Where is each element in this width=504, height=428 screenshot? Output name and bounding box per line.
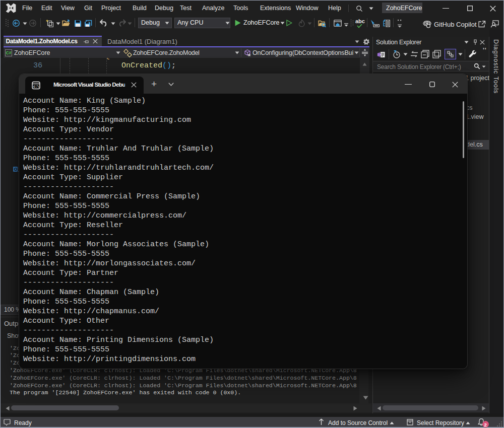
svg-text:c:\: c:\ — [33, 85, 39, 89]
